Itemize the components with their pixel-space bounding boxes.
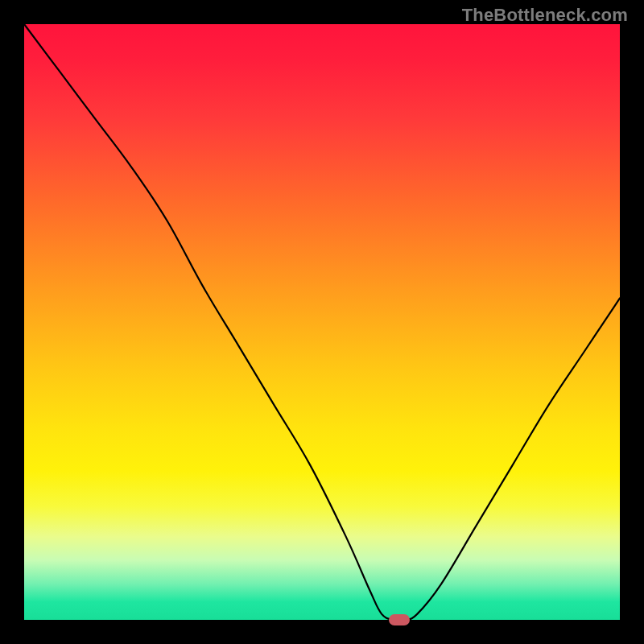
watermark-text: TheBottleneck.com xyxy=(462,5,628,26)
optimum-marker xyxy=(389,614,410,625)
bottleneck-curve xyxy=(24,24,620,621)
plot-area xyxy=(24,24,620,620)
chart-stage: TheBottleneck.com xyxy=(0,0,644,644)
curve-svg xyxy=(24,24,620,620)
